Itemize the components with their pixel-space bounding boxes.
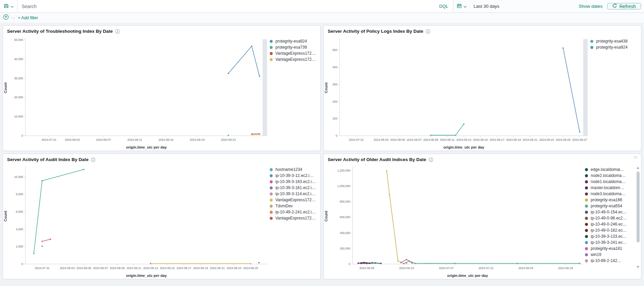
legend-item[interactable]: node1.localdoma…	[585, 180, 632, 184]
scroll-up-icon[interactable]	[637, 167, 639, 169]
panel-policy-logs-index: Server Activity of Policy Logs Index By …	[323, 25, 641, 151]
legend-item[interactable]: protegrity-esa554	[585, 204, 632, 208]
chart-legend: hostname1234ip-10-39-3-12.ec2.i…ip-10-39…	[269, 163, 320, 279]
legend-item[interactable]: ip-10-49-0-154.ec…	[585, 210, 632, 214]
svg-text:2024-08-18: 2024-08-18	[558, 266, 573, 270]
legend-item[interactable]: protegrity-esa438	[590, 39, 639, 43]
legend-series-label: ip-10-39-3-161.ec2.i…	[275, 185, 316, 190]
legend-item[interactable]: node2.localdoma…	[585, 174, 632, 178]
legend-series-dot	[270, 174, 273, 177]
legend-series-label: protegrity-esa739	[275, 45, 307, 50]
legend-item[interactable]: ip-10-39-3-133.ec…	[585, 234, 632, 238]
legend-item[interactable]: ip-10-49-0-246.ec…	[585, 222, 632, 226]
svg-text:2024-07-07: 2024-07-07	[439, 266, 454, 270]
legend-item[interactable]: ip-10-39-3-163.ec2.i…	[270, 180, 318, 184]
legend-item[interactable]: protegrity-esa924	[270, 39, 318, 43]
legend-item[interactable]: protegrity-esa181	[585, 246, 632, 251]
legend-item[interactable]: ip-10-49-0-96.ec2…	[585, 216, 632, 220]
svg-text:2,000: 2,000	[16, 245, 23, 248]
svg-text:2024-08-23: 2024-08-23	[221, 138, 236, 141]
refresh-icon	[612, 3, 617, 9]
legend-item[interactable]: ip-10-49-2-241.ec2.i…	[270, 210, 318, 214]
svg-text:2024-06-09: 2024-06-09	[359, 266, 374, 270]
query-language-button[interactable]: DQL	[434, 0, 453, 12]
legend-series-label: ip-10-39-3-12.ec2.i…	[275, 173, 314, 178]
svg-text:Count: Count	[3, 82, 7, 93]
legend-item[interactable]: win19	[585, 253, 632, 257]
info-icon[interactable]	[429, 157, 433, 162]
quick-select-button[interactable]	[453, 0, 470, 12]
refresh-label: Refresh	[619, 4, 636, 9]
time-range-value[interactable]: Last 30 days	[470, 4, 579, 9]
svg-text:2024-07-31: 2024-07-31	[349, 138, 364, 141]
add-filter-button[interactable]: + Add filter	[18, 16, 38, 20]
saved-queries-button[interactable]	[0, 0, 18, 12]
svg-text:origin.time_utc per day: origin.time_utc per day	[447, 274, 488, 278]
svg-text:1,200,000: 1,200,000	[337, 169, 350, 172]
info-icon[interactable]	[426, 29, 430, 34]
legend-series-dot	[270, 186, 273, 189]
legend-item[interactable]: ip-10-49-0-182.ec…	[585, 228, 632, 232]
legend-series-label: ip-10-49-0-154.ec…	[591, 210, 627, 214]
legend-item[interactable]: ip-10-39-3-114.ec2.i…	[270, 192, 318, 196]
chart-canvas[interactable]: 01002003004005002024-07-312024-08-032024…	[324, 34, 590, 151]
chart-canvas[interactable]: 02,0004,0006,0008,00010,0002024-07-31202…	[3, 163, 269, 279]
svg-text:400: 400	[332, 66, 338, 69]
legend-series-dot	[270, 52, 273, 55]
svg-text:50,000: 50,000	[14, 38, 23, 42]
info-icon[interactable]	[91, 157, 96, 162]
legend-item[interactable]: protegrity-esa166	[585, 198, 632, 202]
search-input[interactable]	[18, 0, 434, 12]
legend-item[interactable]: hostname1234	[270, 167, 318, 172]
legend-item[interactable]: protegrity-esa924	[590, 45, 639, 49]
legend-item[interactable]: TdvmDev	[270, 204, 318, 208]
show-dates-button[interactable]: Show dates	[579, 4, 602, 9]
chart-canvas[interactable]: 010,00020,00030,00040,00050,0002024-07-3…	[3, 34, 269, 151]
legend-item[interactable]: ip-10-39-3-161.ec2.i…	[270, 186, 318, 190]
legend-scroll-area: edge.localdomai…node2.localdoma…node1.lo…	[584, 163, 641, 279]
svg-text:8,000: 8,000	[16, 192, 23, 196]
legend-item[interactable]: VantageExpress172…	[270, 51, 318, 55]
legend-series-label: protegrity-esa924	[596, 45, 627, 50]
legend-item[interactable]: VantageExpress172…	[270, 216, 318, 220]
svg-text:0: 0	[349, 262, 350, 266]
legend-series-label: edge.localdomai…	[591, 167, 624, 172]
legend-series-label: node2.localdoma…	[591, 173, 625, 178]
legend-series-label: protegrity-esa181	[591, 246, 622, 251]
svg-text:2024-08-09: 2024-08-09	[110, 266, 125, 270]
panel-title: Server Activity of Audit Index By Date	[7, 157, 88, 162]
legend-item[interactable]: node3.localdoma…	[585, 192, 632, 196]
svg-text:2024-08-11: 2024-08-11	[127, 266, 141, 270]
legend-series-dot	[585, 211, 588, 214]
svg-text:500: 500	[332, 48, 338, 52]
legend-series-dot	[270, 46, 273, 49]
panel-context-menu-icon[interactable]	[634, 156, 638, 159]
legend-item[interactable]: ip-10-39-3-241.ec…	[585, 240, 632, 244]
legend-item[interactable]: protegrity-esa739	[270, 45, 318, 49]
legend-series-dot	[585, 205, 588, 208]
legend-item[interactable]: VantageExpress172…	[270, 57, 318, 61]
legend-item[interactable]: edge.localdomai…	[585, 167, 632, 172]
svg-text:200: 200	[332, 100, 338, 103]
legend-scrollbar-thumb[interactable]	[637, 172, 640, 242]
chart-canvas[interactable]: 0200,000400,000600,000800,0001,000,0001,…	[324, 163, 584, 279]
filter-icon[interactable]	[3, 14, 9, 21]
legend-item[interactable]: ip-10-69-2-142…	[585, 259, 632, 263]
legend-item[interactable]: VantageExpress172…	[270, 198, 318, 202]
info-icon[interactable]	[115, 29, 120, 34]
svg-text:2024-08-09: 2024-08-09	[423, 138, 438, 141]
scroll-down-icon[interactable]	[637, 266, 639, 268]
svg-text:origin.time_utc per day: origin.time_utc per day	[444, 145, 485, 149]
legend-series-label: protegrity-esa924	[275, 39, 307, 44]
legend-item[interactable]: master.localdom…	[585, 186, 632, 190]
svg-text:2024-08-19: 2024-08-19	[193, 266, 208, 270]
legend-series-label: ip-10-49-2-241.ec2.i…	[275, 210, 316, 214]
legend-series-label: VantageExpress172…	[275, 216, 316, 220]
legend-item[interactable]: ip-10-39-3-12.ec2.i…	[270, 174, 318, 178]
refresh-button[interactable]: Refresh	[607, 3, 641, 9]
svg-text:2024-08-15: 2024-08-15	[160, 266, 175, 270]
panel-title: Server Activity of Policy Logs Index By …	[328, 29, 423, 34]
svg-text:4,000: 4,000	[16, 228, 23, 231]
legend-series-dot	[270, 180, 273, 183]
svg-text:20,000: 20,000	[14, 96, 23, 99]
